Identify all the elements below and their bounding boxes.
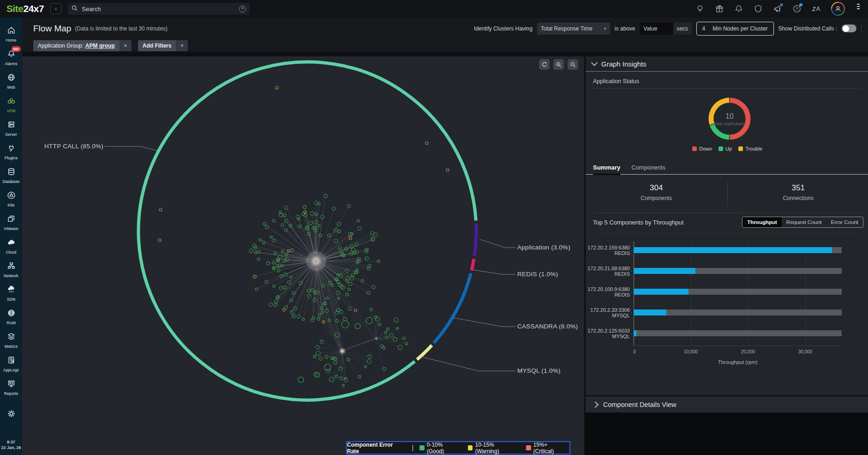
sidebar-item-label: K8s	[8, 203, 15, 207]
bar-fill	[634, 289, 688, 295]
sidebar-item[interactable]: APM	[0, 93, 22, 116]
sidebar-item-label: Metrics	[5, 344, 18, 349]
bar-track	[634, 330, 842, 336]
sidebar: Home 99+ Alarms Web APM	[0, 18, 22, 455]
sidebar-item-label: RUM	[6, 321, 16, 325]
map-controls	[539, 59, 578, 70]
sidebar-item-icon	[7, 167, 16, 178]
topbar-icon[interactable]: ?	[792, 4, 802, 13]
cluster-metric-select[interactable]: Total Response Time▾	[537, 23, 610, 35]
legend-swatch	[468, 445, 473, 450]
sidebar-collapse-icon[interactable]: ‹	[50, 3, 61, 14]
bar-track	[634, 247, 842, 253]
svg-text:REDIS (1.0%): REDIS (1.0%)	[517, 271, 558, 278]
bar-row[interactable]: 172.20.100.9:6380REDIS -	[586, 281, 868, 302]
cluster-controls: Identify Clusters Having Total Response …	[474, 18, 862, 39]
topbar-icon[interactable]	[773, 4, 782, 13]
tab[interactable]: Components	[631, 162, 665, 174]
legend-item: 10-15% (Warning)	[468, 442, 520, 455]
sidebar-item[interactable]: Server	[0, 116, 22, 140]
is-above-label: is above	[615, 25, 635, 32]
application-group-chip[interactable]: Application Group:APM group ×	[33, 40, 132, 51]
summary-stats: 304 Components 351 Connections	[586, 178, 868, 210]
min-nodes-control[interactable]: 4 Min Nodes per Cluster	[696, 22, 774, 36]
svg-text:Application (3.0%): Application (3.0%)	[517, 244, 570, 251]
sidebar-item-icon	[7, 238, 16, 249]
bar-row[interactable]: 172.20.21.68:6380REDIS -	[586, 261, 868, 281]
topbar-icon[interactable]: Z	[812, 4, 821, 13]
sidebar-item-label: Home	[6, 38, 16, 42]
topbar-icon[interactable]	[734, 4, 743, 13]
svg-text:?: ?	[796, 6, 798, 11]
legend-swatch	[419, 445, 425, 450]
tab[interactable]: Summary	[593, 162, 620, 174]
sidebar-item[interactable]: Metrics	[0, 328, 22, 352]
x-axis-ticks: 010,00020,00030,000	[586, 349, 868, 356]
bar-track	[634, 268, 842, 274]
sidebar-item[interactable]: 99+ Alarms	[0, 46, 22, 69]
bar-fill	[634, 330, 636, 336]
sidebar-item[interactable]: Network	[0, 258, 22, 281]
bar-row[interactable]: 172.20.2.125:6033MYSQL -	[586, 323, 868, 344]
application-status-title: Application Status	[593, 78, 861, 85]
sidebar-item[interactable]: Home	[0, 22, 22, 46]
remove-filter-icon[interactable]: ×	[120, 40, 132, 51]
add-filters-chip[interactable]: Add Filters +	[138, 40, 188, 51]
search-input[interactable]	[81, 5, 239, 13]
sidebar-item[interactable]: Cloud	[0, 234, 22, 258]
sidebar-item[interactable]: Web	[0, 69, 22, 93]
sidebar-item-label: Cloud	[6, 250, 17, 255]
sidebar-item[interactable]: Reports	[0, 376, 22, 399]
chevron-right-icon	[592, 401, 599, 407]
graph-insights-panel: Graph Insights Application Status 10 Tot…	[585, 56, 868, 455]
component-details-header[interactable]: Component Details View	[586, 395, 868, 413]
status-legend-item: Down	[692, 146, 712, 152]
topbar-icon[interactable]	[715, 4, 724, 13]
zoom-out-button[interactable]	[568, 59, 578, 70]
min-nodes-label: Min Nodes per Cluster	[712, 25, 767, 32]
distributed-calls-toggle[interactable]	[842, 24, 856, 32]
graph-insights-header[interactable]: Graph Insights	[586, 56, 868, 72]
sidebar-item[interactable]: RUM	[0, 305, 22, 328]
add-filter-icon[interactable]: +	[176, 40, 188, 51]
sidebar-item[interactable]: K8s	[0, 187, 22, 211]
sidebar-item[interactable]: Database	[0, 164, 22, 187]
sidebar-item[interactable]: AppLogs	[0, 352, 22, 376]
page-title: Flow Map	[33, 24, 71, 34]
connections-stat: 351 Connections	[728, 178, 868, 210]
search-bar[interactable]: ×	[68, 3, 250, 15]
edge-menu-icon[interactable]	[857, 4, 860, 14]
refresh-button[interactable]	[539, 59, 550, 70]
sidebar-item[interactable]: Plugins	[0, 140, 22, 164]
components-stat: 304 Components	[586, 178, 727, 210]
metric-button[interactable]: Request Count	[782, 217, 826, 227]
topbar-icons: ? Z	[695, 0, 860, 18]
search-icon	[72, 5, 78, 13]
donut-total-label: Total Applications	[703, 121, 756, 126]
search-clear-icon[interactable]: ×	[239, 6, 246, 12]
status-legend: Down Up Trouble	[586, 146, 868, 152]
topbar-icon[interactable]	[695, 4, 705, 13]
graph-insights-title: Graph Insights	[601, 60, 647, 68]
user-avatar[interactable]	[831, 2, 845, 16]
metric-button[interactable]: Throughput	[742, 217, 782, 227]
zoom-in-button[interactable]	[553, 59, 564, 70]
sidebar-item[interactable]: SDN	[0, 281, 22, 305]
flow-map-canvas[interactable]: HTTP CALL (85.0%)Application (3.0%)REDIS…	[22, 56, 584, 455]
threshold-unit: secs	[673, 23, 692, 35]
page-header: Flow Map (Data is limited to the last 30…	[22, 18, 868, 39]
topbar-icon[interactable]	[754, 4, 763, 13]
sidebar-settings-gear-icon[interactable]	[0, 402, 22, 425]
bar-fill	[634, 268, 695, 274]
threshold-value-input[interactable]	[640, 23, 673, 35]
bar-row[interactable]: 172.20.2.33:3306MYSQL -	[586, 302, 868, 323]
application-group-value: APM group	[85, 42, 115, 49]
legend-swatch	[526, 445, 531, 450]
summary-tabs: Summary Components	[586, 162, 868, 175]
site24x7-logo[interactable]: Site24x7	[6, 3, 44, 14]
sidebar-item-label: Alarms	[5, 61, 17, 66]
metric-button[interactable]: Error Count	[826, 217, 863, 227]
bar-row[interactable]: 172.20.2.159:6380REDIS -	[586, 240, 868, 261]
flow-map-graph[interactable]: HTTP CALL (85.0%)Application (3.0%)REDIS…	[22, 56, 584, 455]
sidebar-item[interactable]: VMware	[0, 211, 22, 234]
